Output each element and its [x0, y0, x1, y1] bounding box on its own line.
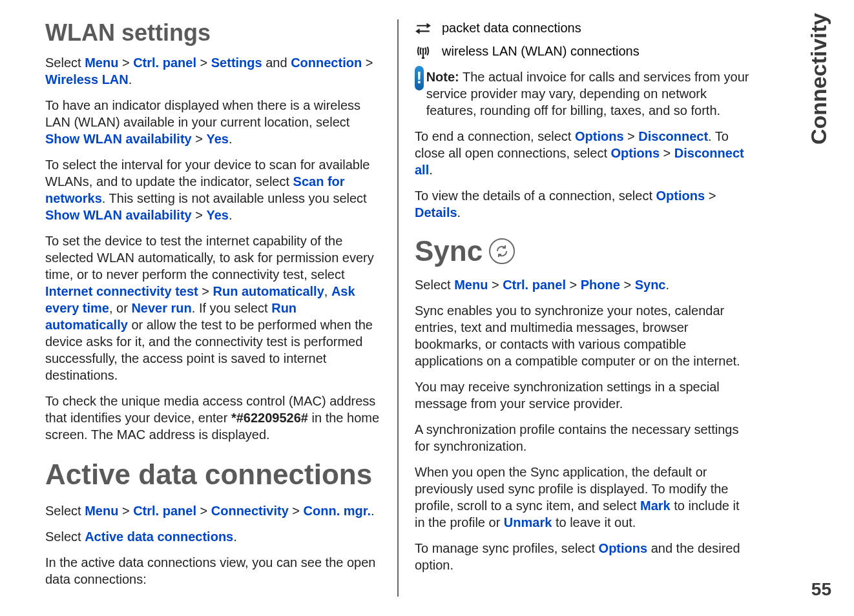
paragraph: To set the device to test the internet c… [45, 232, 381, 384]
link-menu[interactable]: Menu [85, 56, 118, 70]
link-options[interactable]: Options [575, 129, 624, 143]
text: > [620, 278, 635, 292]
wlan-antenna-icon [415, 43, 432, 59]
text: The actual invoice for calls and service… [426, 70, 749, 118]
link-ctrl-panel[interactable]: Ctrl. panel [503, 278, 566, 292]
link-menu[interactable]: Menu [85, 504, 118, 518]
paragraph: To check the unique media access control… [45, 393, 381, 443]
link-yes[interactable]: Yes [207, 208, 229, 222]
text: > [624, 129, 639, 143]
page-content: WLAN settings Select Menu > Ctrl. panel … [0, 19, 854, 597]
text: To manage sync profiles, select [415, 541, 599, 555]
link-never-run[interactable]: Never run [131, 301, 191, 315]
text: > [198, 284, 213, 298]
text: , [324, 284, 331, 298]
text: . [229, 132, 233, 146]
link-connectivity[interactable]: Connectivity [211, 504, 289, 518]
text: > [488, 278, 503, 292]
right-column: packet data connections wireless LAN (WL… [402, 19, 764, 597]
text: To set the device to test the internet c… [45, 234, 374, 282]
column-divider [397, 19, 399, 597]
text: Select [415, 278, 454, 292]
link-conn-mgr[interactable]: Conn. mgr. [304, 504, 371, 518]
link-mark[interactable]: Mark [640, 498, 671, 513]
link-options[interactable]: Options [656, 189, 705, 203]
text: > [192, 208, 207, 222]
text: , or [109, 301, 131, 315]
text: to leave it out. [552, 515, 636, 529]
text: Select [45, 529, 85, 544]
text: > [566, 278, 581, 292]
text: packet data connections [442, 21, 581, 36]
paragraph: To manage sync profiles, select Options … [415, 540, 751, 573]
link-sync[interactable]: Sync [635, 278, 666, 292]
link-details[interactable]: Details [415, 205, 457, 220]
mac-code: *#62209526# [231, 411, 308, 425]
text: > [192, 132, 207, 146]
text: Select [45, 56, 85, 70]
text: > [196, 56, 211, 70]
link-disconnect[interactable]: Disconnect [638, 129, 708, 143]
arrows-icon [415, 19, 432, 36]
paragraph: You may receive synchronization settings… [415, 378, 751, 412]
link-menu[interactable]: Menu [454, 278, 488, 292]
paragraph: Select Active data connections. [45, 528, 381, 545]
link-connection[interactable]: Connection [291, 56, 362, 70]
page-number: 55 [811, 579, 831, 600]
sync-icon [489, 238, 515, 264]
link-unmark[interactable]: Unmark [504, 515, 552, 529]
text: Select [45, 504, 85, 518]
list-item: wireless LAN (WLAN) connections [415, 43, 751, 59]
paragraph: When you open the Sync application, the … [415, 464, 751, 531]
paragraph: To end a connection, select Options > Di… [415, 128, 751, 178]
link-wireless-lan[interactable]: Wireless LAN [45, 72, 129, 87]
list-item: packet data connections [415, 19, 751, 36]
link-options[interactable]: Options [599, 541, 648, 555]
heading-active-data-connections: Active data connections [45, 458, 381, 491]
text: > [118, 504, 133, 518]
link-settings[interactable]: Settings [211, 56, 262, 70]
link-ctrl-panel[interactable]: Ctrl. panel [133, 56, 196, 70]
paragraph: Sync enables you to synchronize your not… [415, 302, 751, 369]
text: . [457, 205, 461, 220]
paragraph: Select Menu > Ctrl. panel > Connectivity… [45, 502, 381, 519]
note-label: Note: [426, 70, 459, 84]
text: . [666, 278, 670, 292]
link-yes[interactable]: Yes [207, 132, 229, 146]
side-tab-label: Connectivity [806, 13, 831, 145]
paragraph: To select the interval for your device t… [45, 156, 381, 223]
left-column: WLAN settings Select Menu > Ctrl. panel … [32, 19, 394, 597]
text: > [362, 56, 373, 70]
link-internet-conn-test[interactable]: Internet connectivity test [45, 284, 198, 298]
heading-wlan-settings: WLAN settings [45, 19, 381, 46]
text: > [118, 56, 133, 70]
text: > [660, 146, 674, 160]
heading-text: Sync [415, 235, 483, 267]
text: . [233, 529, 237, 544]
note-paragraph: ! Note: The actual invoice for calls and… [415, 68, 751, 119]
text: wireless LAN (WLAN) connections [442, 44, 640, 59]
text: . If you select [192, 301, 271, 315]
text: . [229, 208, 233, 222]
text: . This setting is not available unless y… [102, 191, 367, 205]
link-options[interactable]: Options [611, 146, 660, 160]
link-run-auto[interactable]: Run automatically [213, 284, 324, 298]
heading-sync: Sync [415, 235, 751, 267]
note-text: Note: The actual invoice for calls and s… [426, 68, 751, 119]
paragraph: To view the details of a connection, sel… [415, 187, 751, 221]
text: . [371, 504, 375, 518]
text: > [196, 504, 211, 518]
link-show-wlan[interactable]: Show WLAN availability [45, 208, 192, 222]
link-ctrl-panel[interactable]: Ctrl. panel [133, 504, 196, 518]
link-show-wlan[interactable]: Show WLAN availability [45, 132, 192, 146]
paragraph: Select Menu > Ctrl. panel > Settings and… [45, 54, 381, 88]
paragraph: In the active data connections view, you… [45, 554, 381, 588]
text: To view the details of a connection, sel… [415, 189, 656, 203]
text: > [705, 189, 716, 203]
text: To have an indicator displayed when ther… [45, 98, 360, 129]
text: . [429, 163, 433, 177]
link-phone[interactable]: Phone [581, 278, 620, 292]
paragraph: A synchronization profile contains the n… [415, 421, 751, 455]
link-active-data-conn[interactable]: Active data connections [85, 529, 233, 544]
paragraph: Select Menu > Ctrl. panel > Phone > Sync… [415, 276, 751, 293]
